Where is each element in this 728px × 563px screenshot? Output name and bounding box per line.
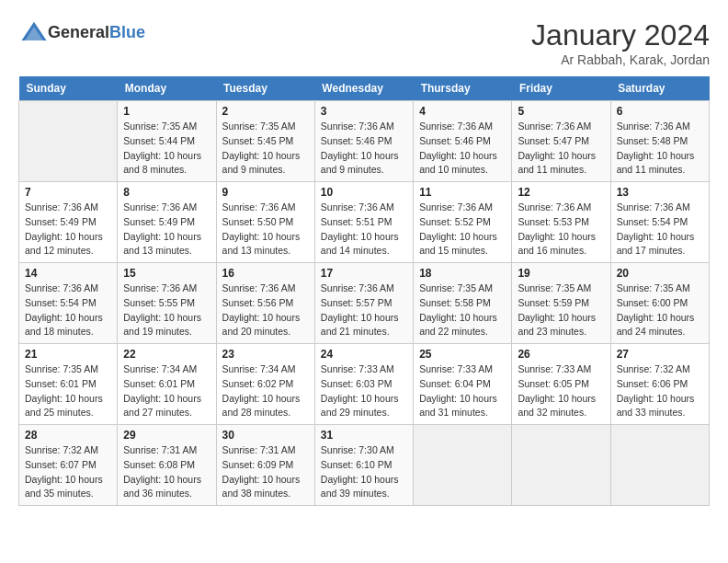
day-number: 12	[518, 186, 604, 199]
calendar-week-row: 21Sunrise: 7:35 AM Sunset: 6:01 PM Dayli…	[19, 344, 710, 425]
calendar-cell: 21Sunrise: 7:35 AM Sunset: 6:01 PM Dayli…	[19, 344, 118, 425]
calendar-cell: 18Sunrise: 7:35 AM Sunset: 5:58 PM Dayli…	[414, 263, 512, 344]
day-info: Sunrise: 7:36 AM Sunset: 5:52 PM Dayligh…	[419, 201, 506, 259]
calendar-cell: 19Sunrise: 7:35 AM Sunset: 5:59 PM Dayli…	[512, 263, 610, 344]
calendar-cell: 22Sunrise: 7:34 AM Sunset: 6:01 PM Dayli…	[118, 344, 216, 425]
day-number: 30	[222, 429, 309, 442]
calendar-cell	[610, 425, 709, 506]
day-number: 1	[123, 105, 210, 118]
day-number: 23	[222, 348, 309, 361]
calendar-cell: 24Sunrise: 7:33 AM Sunset: 6:03 PM Dayli…	[314, 344, 413, 425]
day-number: 3	[321, 105, 407, 118]
day-number: 27	[617, 348, 703, 361]
day-number: 16	[222, 267, 309, 280]
day-number: 20	[617, 267, 703, 280]
calendar-cell: 20Sunrise: 7:35 AM Sunset: 6:00 PM Dayli…	[610, 263, 709, 344]
day-info: Sunrise: 7:33 AM Sunset: 6:04 PM Dayligh…	[419, 362, 506, 420]
day-info: Sunrise: 7:36 AM Sunset: 5:55 PM Dayligh…	[123, 282, 210, 339]
calendar-cell: 11Sunrise: 7:36 AM Sunset: 5:52 PM Dayli…	[414, 182, 512, 263]
day-info: Sunrise: 7:31 AM Sunset: 6:09 PM Dayligh…	[222, 443, 309, 501]
calendar-subtitle: Ar Rabbah, Karak, Jordan	[531, 52, 710, 67]
day-info: Sunrise: 7:36 AM Sunset: 5:46 PM Dayligh…	[321, 120, 407, 178]
calendar-cell: 12Sunrise: 7:36 AM Sunset: 5:53 PM Dayli…	[512, 182, 610, 263]
calendar-cell: 16Sunrise: 7:36 AM Sunset: 5:56 PM Dayli…	[216, 263, 314, 344]
day-number: 18	[419, 267, 506, 280]
calendar-week-row: 7Sunrise: 7:36 AM Sunset: 5:49 PM Daylig…	[19, 182, 710, 263]
day-number: 4	[419, 105, 506, 118]
day-number: 2	[222, 105, 309, 118]
day-number: 21	[25, 348, 111, 361]
calendar-cell: 28Sunrise: 7:32 AM Sunset: 6:07 PM Dayli…	[19, 425, 118, 506]
day-info: Sunrise: 7:34 AM Sunset: 6:01 PM Dayligh…	[123, 362, 210, 420]
calendar-cell: 7Sunrise: 7:36 AM Sunset: 5:49 PM Daylig…	[19, 182, 118, 263]
calendar-cell: 31Sunrise: 7:30 AM Sunset: 6:10 PM Dayli…	[314, 425, 413, 506]
logo-text-blue: Blue	[109, 23, 145, 41]
day-number: 19	[518, 267, 604, 280]
day-number: 26	[518, 348, 604, 361]
calendar-cell: 6Sunrise: 7:36 AM Sunset: 5:48 PM Daylig…	[610, 101, 709, 182]
day-info: Sunrise: 7:35 AM Sunset: 6:01 PM Dayligh…	[25, 362, 111, 420]
calendar-cell: 25Sunrise: 7:33 AM Sunset: 6:04 PM Dayli…	[414, 344, 512, 425]
day-number: 11	[419, 186, 506, 199]
calendar-cell: 14Sunrise: 7:36 AM Sunset: 5:54 PM Dayli…	[19, 263, 118, 344]
column-header-sunday: Sunday	[19, 76, 118, 101]
day-info: Sunrise: 7:35 AM Sunset: 5:44 PM Dayligh…	[123, 120, 210, 178]
calendar-cell: 26Sunrise: 7:33 AM Sunset: 6:05 PM Dayli…	[512, 344, 610, 425]
day-info: Sunrise: 7:34 AM Sunset: 6:02 PM Dayligh…	[222, 362, 309, 420]
day-info: Sunrise: 7:35 AM Sunset: 5:45 PM Dayligh…	[222, 120, 309, 178]
page-header: GeneralBlue January 2024 Ar Rabbah, Kara…	[18, 18, 710, 67]
calendar-week-row: 14Sunrise: 7:36 AM Sunset: 5:54 PM Dayli…	[19, 263, 710, 344]
calendar-cell: 5Sunrise: 7:36 AM Sunset: 5:47 PM Daylig…	[512, 101, 610, 182]
day-info: Sunrise: 7:35 AM Sunset: 5:58 PM Dayligh…	[419, 282, 506, 339]
calendar-cell	[512, 425, 610, 506]
day-number: 5	[518, 105, 604, 118]
calendar-cell: 30Sunrise: 7:31 AM Sunset: 6:09 PM Dayli…	[216, 425, 314, 506]
day-info: Sunrise: 7:36 AM Sunset: 5:56 PM Dayligh…	[222, 282, 309, 339]
day-info: Sunrise: 7:31 AM Sunset: 6:08 PM Dayligh…	[123, 443, 210, 501]
calendar-cell: 4Sunrise: 7:36 AM Sunset: 5:46 PM Daylig…	[414, 101, 512, 182]
calendar-cell	[19, 101, 118, 182]
column-header-wednesday: Wednesday	[314, 76, 413, 101]
calendar-cell: 8Sunrise: 7:36 AM Sunset: 5:49 PM Daylig…	[118, 182, 216, 263]
day-number: 25	[419, 348, 506, 361]
day-number: 22	[123, 348, 210, 361]
day-number: 6	[617, 105, 703, 118]
calendar-week-row: 28Sunrise: 7:32 AM Sunset: 6:07 PM Dayli…	[19, 425, 710, 506]
day-number: 28	[25, 429, 111, 442]
calendar-title: January 2024	[531, 18, 710, 52]
calendar-week-row: 1Sunrise: 7:35 AM Sunset: 5:44 PM Daylig…	[19, 101, 710, 182]
day-number: 24	[321, 348, 407, 361]
day-info: Sunrise: 7:35 AM Sunset: 5:59 PM Dayligh…	[518, 282, 604, 339]
calendar-cell: 2Sunrise: 7:35 AM Sunset: 5:45 PM Daylig…	[216, 101, 314, 182]
day-info: Sunrise: 7:36 AM Sunset: 5:49 PM Dayligh…	[25, 201, 111, 259]
day-info: Sunrise: 7:36 AM Sunset: 5:54 PM Dayligh…	[617, 201, 703, 259]
day-info: Sunrise: 7:30 AM Sunset: 6:10 PM Dayligh…	[321, 443, 407, 501]
title-section: January 2024 Ar Rabbah, Karak, Jordan	[531, 18, 710, 67]
day-info: Sunrise: 7:36 AM Sunset: 5:57 PM Dayligh…	[321, 282, 407, 339]
day-info: Sunrise: 7:36 AM Sunset: 5:46 PM Dayligh…	[419, 120, 506, 178]
day-number: 14	[25, 267, 111, 280]
day-number: 10	[321, 186, 407, 199]
day-number: 31	[321, 429, 407, 442]
day-info: Sunrise: 7:33 AM Sunset: 6:03 PM Dayligh…	[321, 362, 407, 420]
logo-text-general: General	[48, 23, 109, 41]
day-number: 15	[123, 267, 210, 280]
day-info: Sunrise: 7:36 AM Sunset: 5:48 PM Dayligh…	[617, 120, 703, 178]
day-number: 29	[123, 429, 210, 442]
calendar-cell: 10Sunrise: 7:36 AM Sunset: 5:51 PM Dayli…	[314, 182, 413, 263]
day-number: 8	[123, 186, 210, 199]
calendar-cell: 15Sunrise: 7:36 AM Sunset: 5:55 PM Dayli…	[118, 263, 216, 344]
calendar-cell: 1Sunrise: 7:35 AM Sunset: 5:44 PM Daylig…	[118, 101, 216, 182]
calendar-cell: 29Sunrise: 7:31 AM Sunset: 6:08 PM Dayli…	[118, 425, 216, 506]
day-info: Sunrise: 7:36 AM Sunset: 5:54 PM Dayligh…	[25, 282, 111, 339]
day-info: Sunrise: 7:32 AM Sunset: 6:07 PM Dayligh…	[25, 443, 111, 501]
calendar-table: SundayMondayTuesdayWednesdayThursdayFrid…	[18, 76, 710, 506]
day-info: Sunrise: 7:36 AM Sunset: 5:51 PM Dayligh…	[321, 201, 407, 259]
calendar-header-row: SundayMondayTuesdayWednesdayThursdayFrid…	[19, 76, 710, 101]
column-header-saturday: Saturday	[610, 76, 709, 101]
day-info: Sunrise: 7:32 AM Sunset: 6:06 PM Dayligh…	[617, 362, 703, 420]
day-number: 17	[321, 267, 407, 280]
column-header-monday: Monday	[118, 76, 216, 101]
day-number: 7	[25, 186, 111, 199]
day-number: 13	[617, 186, 703, 199]
